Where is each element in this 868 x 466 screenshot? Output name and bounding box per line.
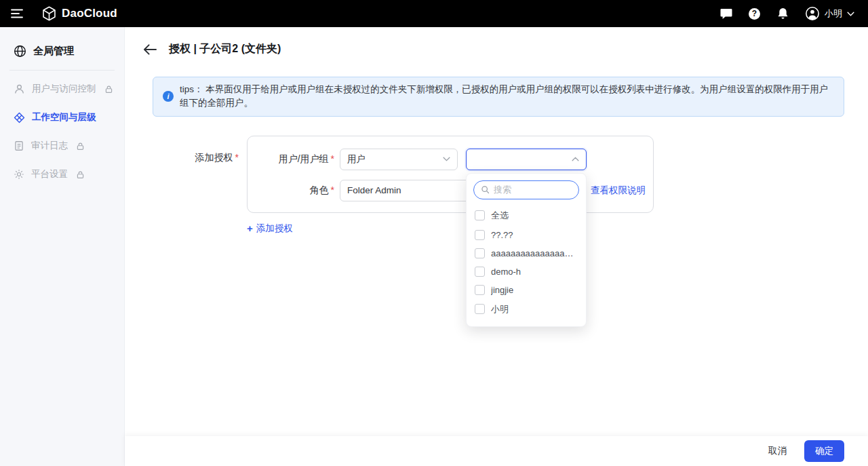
option-label: 全选 xyxy=(491,210,509,222)
lock-icon xyxy=(104,85,113,94)
lock-icon xyxy=(76,170,85,179)
back-button[interactable] xyxy=(144,44,157,55)
checkbox[interactable] xyxy=(475,230,485,240)
user-group-row: 用户/用户组* 用户 xyxy=(258,149,648,170)
role-row: 角色* Folder Admin 查看权限说明 xyxy=(258,180,648,201)
sidebar-item-platform-settings[interactable]: 平台设置 xyxy=(0,160,124,189)
chevron-down-icon xyxy=(443,157,450,161)
tips-banner: i tips： 本界面仅用于给用户或用户组在未授权过的文件夹下新增权限，已授权的… xyxy=(153,77,844,117)
role-label: 角色* xyxy=(258,185,334,197)
daocloud-logo-icon xyxy=(42,6,56,21)
main-panel: 授权 | 子公司2 (文件夹) i tips： 本界面仅用于给用户或用户组在未授… xyxy=(125,27,868,466)
avatar-icon xyxy=(805,6,820,21)
globe-icon xyxy=(14,45,26,58)
checkbox[interactable] xyxy=(475,285,485,295)
chevron-up-icon xyxy=(572,157,579,161)
add-authorization-form: 添加授权* 用户/用户组* 用户 xyxy=(153,136,844,235)
brand-logo[interactable]: DaoCloud xyxy=(42,6,117,21)
add-auth-section-label: 添加授权* xyxy=(153,136,239,164)
topbar: DaoCloud ? 小明 xyxy=(0,0,868,27)
plus-icon: + xyxy=(247,223,253,233)
option-label: aaaaaaaaaaaaaaaaaaaaaaaa xyxy=(491,248,578,258)
user-icon xyxy=(14,83,25,95)
checkbox[interactable] xyxy=(475,267,485,277)
dropdown-option[interactable]: aaaaaaaaaaaaaaaaaaaaaaaa xyxy=(473,244,579,263)
role-value: Folder Admin xyxy=(347,185,401,195)
user-menu[interactable]: 小明 xyxy=(805,6,854,21)
sidebar-item-label: 审计日志 xyxy=(31,140,68,152)
form-right: 用户/用户组* 用户 xyxy=(247,136,654,235)
dropdown-search[interactable] xyxy=(473,180,579,199)
option-label: ??.?? xyxy=(491,230,513,240)
role-label-text: 角色 xyxy=(310,185,329,195)
section-label-text: 添加授权 xyxy=(195,152,233,163)
dropdown-option[interactable]: ??.?? xyxy=(473,226,579,244)
user-group-label: 用户/用户组* xyxy=(258,153,334,166)
required-mark: * xyxy=(331,153,334,164)
page-header: 授权 | 子公司2 (文件夹) xyxy=(125,27,868,67)
required-mark: * xyxy=(235,152,239,163)
user-dropdown: 全选 ??.?? aaaaaaaaaaaaaaaaaaaaaaaa xyxy=(466,173,587,327)
notification-icon[interactable] xyxy=(775,6,790,21)
option-label: jingjie xyxy=(491,285,513,295)
search-input[interactable] xyxy=(494,185,572,195)
user-type-select[interactable]: 用户 xyxy=(340,149,458,170)
dropdown-option[interactable]: demo-h xyxy=(473,263,579,281)
dropdown-option[interactable]: jingjie xyxy=(473,281,579,299)
content-area: i tips： 本界面仅用于给用户或用户组在未授权过的文件夹下新增权限，已授权的… xyxy=(125,67,868,436)
sidebar-item-global-management[interactable]: 全局管理 xyxy=(0,34,124,70)
authorization-card: 用户/用户组* 用户 xyxy=(247,136,654,213)
option-label: 小明 xyxy=(491,303,509,315)
chevron-down-icon xyxy=(847,12,854,16)
sidebar-item-label: 平台设置 xyxy=(31,168,68,180)
menu-icon[interactable] xyxy=(9,6,24,21)
info-icon: i xyxy=(163,91,174,102)
cancel-button[interactable]: 取消 xyxy=(768,445,787,457)
message-icon[interactable] xyxy=(719,6,734,21)
user-group-label-text: 用户/用户组 xyxy=(279,153,329,164)
user-type-value: 用户 xyxy=(347,153,366,166)
lock-icon xyxy=(76,142,85,151)
sidebar: 全局管理 用户与访问控制 工作空间与层级 审计日志 xyxy=(0,27,125,466)
footer-bar: 取消 确定 xyxy=(125,436,868,466)
option-label: demo-h xyxy=(491,267,521,277)
gear-icon xyxy=(14,169,24,180)
dropdown-options: 全选 ??.?? aaaaaaaaaaaaaaaaaaaaaaaa xyxy=(473,206,579,319)
sidebar-item-user-access-control[interactable]: 用户与访问控制 xyxy=(0,75,124,103)
add-authorization-link[interactable]: + 添加授权 xyxy=(247,222,293,235)
permission-help-link[interactable]: 查看权限说明 xyxy=(591,185,646,197)
confirm-button[interactable]: 确定 xyxy=(804,440,844,462)
sidebar-title: 全局管理 xyxy=(33,45,74,58)
add-authorization-label: 添加授权 xyxy=(256,222,293,235)
audit-log-icon xyxy=(14,140,24,151)
checkbox[interactable] xyxy=(475,304,485,314)
sidebar-item-audit-log[interactable]: 审计日志 xyxy=(0,132,124,160)
help-icon[interactable]: ? xyxy=(749,8,760,20)
user-name: 小明 xyxy=(825,7,842,20)
workspace-icon xyxy=(14,112,25,123)
search-icon xyxy=(481,185,490,194)
sidebar-item-label: 用户与访问控制 xyxy=(32,83,96,95)
page-title: 授权 | 子公司2 (文件夹) xyxy=(169,42,281,56)
brand-name: DaoCloud xyxy=(62,7,117,20)
checkbox[interactable] xyxy=(475,210,485,220)
required-mark: * xyxy=(331,185,334,195)
dropdown-option[interactable]: 小明 xyxy=(473,299,579,319)
user-select[interactable] xyxy=(466,149,587,170)
checkbox[interactable] xyxy=(475,248,485,258)
sidebar-item-workspace-hierarchy[interactable]: 工作空间与层级 xyxy=(0,103,124,132)
dropdown-option-select-all[interactable]: 全选 xyxy=(473,206,579,226)
divider xyxy=(9,70,115,71)
sidebar-item-label: 工作空间与层级 xyxy=(32,111,96,123)
tips-text: tips： 本界面仅用于给用户或用户组在未授权过的文件夹下新增权限，已授权的用户… xyxy=(180,83,834,111)
